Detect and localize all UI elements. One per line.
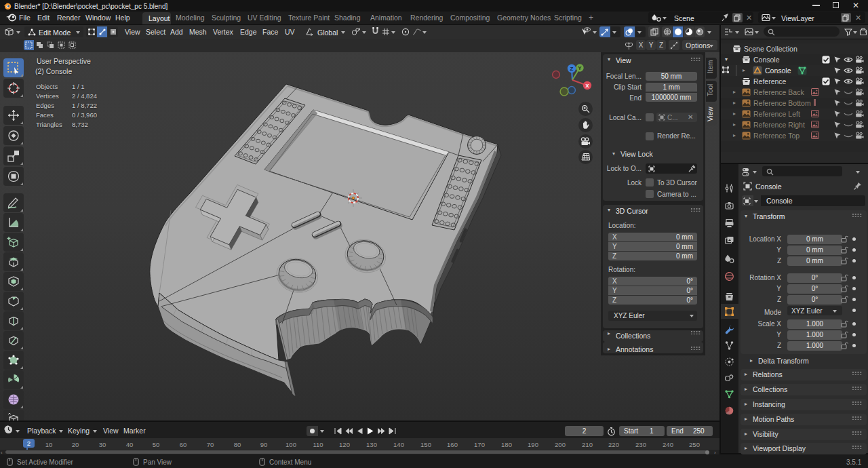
svg-text:Y: Y bbox=[578, 65, 582, 71]
svg-text:Z: Z bbox=[570, 66, 574, 72]
svg-text:X: X bbox=[585, 83, 589, 89]
